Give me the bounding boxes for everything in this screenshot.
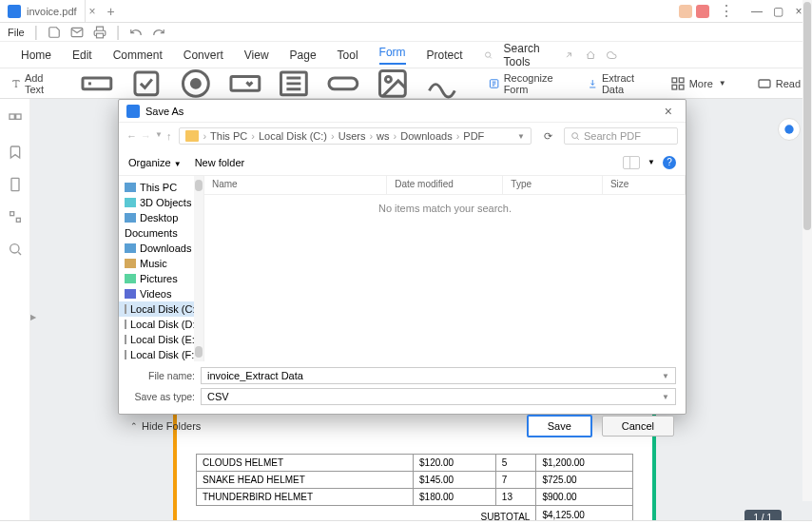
redo-icon[interactable] — [152, 26, 165, 39]
menu-page[interactable]: Page — [290, 49, 317, 62]
hide-folders-button[interactable]: ⌃Hide Folders — [130, 420, 201, 432]
mail-icon[interactable] — [70, 26, 84, 39]
tab-close-button[interactable]: × — [86, 5, 100, 18]
menu-comment[interactable]: Comment — [113, 49, 163, 62]
view-dropdown[interactable]: ▼ — [648, 158, 655, 166]
menu-edit[interactable]: Edit — [72, 49, 92, 62]
share-icon[interactable] — [564, 49, 573, 62]
menu-protect[interactable]: Protect — [427, 49, 463, 62]
print-icon[interactable] — [93, 26, 106, 39]
nav-back-button[interactable]: ← — [126, 130, 137, 142]
thumbnails-icon[interactable] — [8, 112, 23, 127]
notification-badge[interactable] — [679, 5, 692, 18]
kebab-menu-icon[interactable]: ⋮ — [713, 2, 740, 20]
dialog-close-button[interactable]: × — [659, 104, 678, 119]
extract-data-button[interactable]: Extract Data — [588, 72, 639, 95]
vertical-scrollbar[interactable] — [802, 0, 812, 501]
menu-convert[interactable]: Convert — [184, 49, 223, 62]
search-tools-icon[interactable] — [484, 49, 493, 61]
tree-item[interactable]: Local Disk (E:) — [119, 332, 203, 347]
recognize-form-button[interactable]: Recognize Form — [489, 72, 557, 95]
invoice-table: CLOUDS HELMET$120.005$1,200.00 SNAKE HEA… — [196, 454, 633, 520]
cancel-button[interactable]: Cancel — [602, 416, 674, 437]
tree-item[interactable]: Music — [119, 256, 203, 271]
new-tab-button[interactable]: + — [100, 4, 123, 19]
tree-item[interactable]: Downloads — [119, 241, 203, 256]
menu-view[interactable]: View — [244, 49, 269, 62]
tree-item[interactable]: Local Disk (D:) — [119, 317, 203, 332]
text-field-icon[interactable] — [80, 67, 114, 101]
home-icon[interactable] — [586, 49, 595, 62]
dialog-titlebar[interactable]: Save As × — [119, 100, 686, 123]
tree-item[interactable]: Documents — [119, 225, 203, 241]
update-badge[interactable] — [696, 5, 709, 18]
file-list[interactable]: Name Date modified Type Size No items ma… — [204, 176, 686, 361]
form-toolbar: Add Text Recognize Form Extract Data Mor… — [0, 68, 812, 99]
nav-up-button[interactable]: ↑ — [166, 130, 172, 142]
sidebar-toggle[interactable]: ▶ — [30, 313, 36, 340]
file-menu[interactable]: File — [8, 27, 25, 38]
tree-item[interactable]: This PC — [119, 180, 203, 195]
left-sidebar — [0, 99, 30, 520]
more-button[interactable]: More▼ — [670, 76, 726, 91]
breadcrumb[interactable]: ›This PC ›Local Disk (C:) ›Users ›ws ›Do… — [179, 127, 532, 145]
tree-item[interactable]: Videos — [119, 286, 203, 301]
attachment-icon[interactable] — [8, 177, 23, 192]
add-text-button[interactable]: Add Text — [11, 72, 49, 95]
undo-icon[interactable] — [129, 26, 143, 39]
folder-icon — [185, 130, 199, 142]
cloud-icon[interactable] — [607, 49, 616, 62]
image-field-icon[interactable] — [376, 67, 410, 101]
tree-item[interactable]: Local Disk (F:) — [119, 347, 203, 361]
signature-icon[interactable] — [425, 67, 459, 101]
refresh-button[interactable]: ⟳ — [539, 130, 556, 143]
read-button[interactable]: Read — [757, 76, 801, 91]
listbox-icon[interactable] — [277, 67, 311, 101]
file-list-header[interactable]: Name Date modified Type Size — [204, 176, 686, 195]
maximize-button[interactable]: ▢ — [768, 5, 787, 18]
radio-icon[interactable] — [179, 67, 213, 101]
ai-assist-button[interactable] — [778, 118, 801, 141]
music-icon — [125, 259, 136, 268]
view-mode-button[interactable] — [623, 156, 640, 169]
nav-forward-button[interactable]: → — [141, 130, 151, 142]
minimize-button[interactable]: — — [747, 5, 766, 18]
dl-icon — [125, 243, 136, 253]
scrollbar-thumb[interactable] — [803, 2, 811, 230]
search-panel-icon[interactable] — [8, 242, 23, 257]
save-button[interactable]: Save — [527, 415, 592, 437]
tree-item[interactable]: Desktop — [119, 210, 203, 225]
svg-rect-16 — [679, 85, 684, 89]
folder-tree[interactable]: This PC3D ObjectsDesktopDocumentsDownloa… — [119, 176, 204, 361]
save-icon[interactable] — [48, 26, 61, 39]
button-field-icon[interactable] — [326, 67, 360, 101]
app-icon — [126, 105, 140, 118]
menu-tool[interactable]: Tool — [338, 49, 358, 62]
bookmark-icon[interactable] — [8, 145, 23, 160]
breadcrumb-dropdown[interactable]: ▼ — [517, 132, 525, 141]
tree-item[interactable]: 3D Objects — [119, 195, 203, 210]
help-button[interactable]: ? — [663, 156, 676, 169]
menu-home[interactable]: Home — [21, 49, 51, 62]
svg-rect-15 — [672, 85, 677, 89]
table-row: SNAKE HEAD HELMET$145.007$725.00 — [197, 472, 633, 489]
save-type-select[interactable]: CSV▼ — [201, 388, 676, 405]
nav-history-button[interactable]: ▼ — [155, 130, 163, 142]
svg-rect-14 — [679, 78, 684, 83]
tree-item[interactable]: Pictures — [119, 271, 203, 286]
menu-form[interactable]: Form — [379, 46, 406, 65]
file-name-input[interactable]: invoice_Extract Data▼ — [201, 367, 676, 384]
dialog-search-input[interactable]: Search PDF — [564, 127, 678, 145]
dropdown-icon[interactable] — [228, 67, 262, 101]
disk-icon — [125, 335, 126, 344]
svg-rect-20 — [11, 178, 19, 190]
quick-access-bar: File | | — [0, 23, 812, 42]
checkbox-icon[interactable] — [129, 67, 164, 101]
new-folder-button[interactable]: New folder — [195, 157, 245, 168]
tree-item[interactable]: Local Disk (C:) — [119, 301, 203, 317]
document-tab[interactable]: invoice.pdf — [0, 0, 86, 22]
search-tools-placeholder[interactable]: Search Tools — [504, 42, 553, 68]
layers-icon[interactable] — [8, 209, 23, 224]
organize-button[interactable]: Organize ▼ — [128, 157, 182, 168]
desk-icon — [125, 213, 136, 223]
